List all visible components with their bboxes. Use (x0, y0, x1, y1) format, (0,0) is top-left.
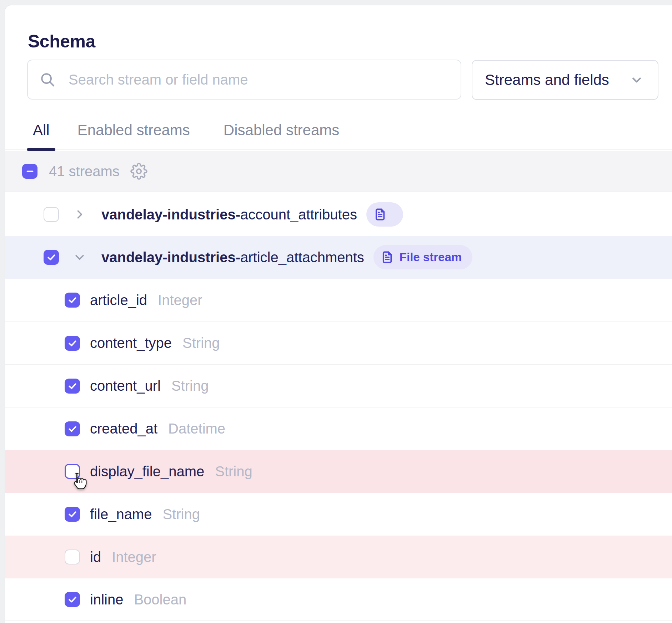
field-name: inline (90, 592, 123, 608)
stream-filter-tabs: All Enabled streams Disabled streams (5, 118, 672, 150)
schema-card: Schema Streams and fields All Enabled st… (5, 5, 672, 623)
stream-row[interactable]: vandelay-industries-article_attachments … (5, 236, 672, 279)
file-stream-badge: File stream (373, 245, 472, 269)
check-icon (67, 381, 77, 391)
field-checkbox[interactable] (65, 464, 80, 479)
field-row[interactable]: article_id Integer (5, 279, 672, 321)
field-checkbox[interactable] (65, 293, 80, 308)
field-type: Datetime (168, 421, 225, 437)
badge-label: File stream (400, 250, 462, 264)
indeterminate-dash-icon (25, 167, 35, 176)
chevron-down-icon (629, 72, 644, 87)
field-name: content_type (90, 335, 172, 351)
field-checkbox[interactable] (65, 379, 80, 394)
check-icon (67, 338, 77, 348)
field-checkbox[interactable] (65, 592, 80, 607)
field-row[interactable]: file_name String (5, 493, 672, 536)
tab-disabled-streams[interactable]: Disabled streams (218, 122, 345, 139)
field-row[interactable]: content_url String (5, 364, 672, 407)
stream-checkbox[interactable] (44, 250, 59, 265)
check-icon (67, 424, 77, 434)
dropdown-selected-value: Streams and fields (485, 71, 629, 88)
check-icon (67, 295, 77, 305)
stream-list: vandelay-industries-account_attributes v… (5, 193, 672, 621)
view-mode-dropdown[interactable]: Streams and fields (472, 60, 658, 100)
field-name: article_id (90, 292, 147, 308)
expand-chevron-icon[interactable] (72, 250, 87, 264)
field-row[interactable]: id Integer (5, 536, 672, 578)
file-document-icon (381, 250, 394, 265)
field-checkbox[interactable] (65, 421, 80, 436)
file-document-icon (373, 207, 387, 222)
field-type: String (182, 335, 220, 351)
check-icon (67, 594, 77, 604)
file-stream-badge (366, 202, 403, 227)
field-type: Integer (158, 292, 202, 308)
expand-chevron-icon[interactable] (72, 207, 87, 222)
stream-name-prefix: vandelay-industries- (101, 207, 240, 222)
check-icon (46, 252, 56, 262)
select-all-checkbox[interactable] (22, 164, 37, 179)
field-row[interactable]: created_at Datetime (5, 407, 672, 450)
field-type: String (171, 378, 209, 394)
search-input[interactable] (68, 71, 461, 88)
gear-icon[interactable] (130, 163, 147, 180)
field-name: created_at (90, 421, 157, 437)
stream-name: vandelay-industries-account_attributes (101, 207, 357, 223)
search-box[interactable] (27, 60, 461, 100)
field-name: file_name (90, 506, 152, 522)
field-checkbox[interactable] (65, 507, 80, 522)
stream-name: vandelay-industries-article_attachments (101, 249, 364, 265)
field-name: content_url (90, 378, 161, 394)
stream-name-suffix: account_attributes (240, 207, 357, 222)
search-icon (39, 71, 56, 88)
field-type: Integer (112, 549, 156, 565)
stream-name-suffix: article_attachments (240, 249, 364, 265)
field-name: id (90, 549, 101, 565)
page-title: Schema (28, 31, 672, 52)
stream-row[interactable]: vandelay-industries-account_attributes (5, 193, 672, 236)
field-row[interactable]: display_file_name String (5, 450, 672, 493)
field-type: String (215, 464, 252, 480)
field-type: String (162, 506, 200, 522)
field-checkbox[interactable] (65, 549, 80, 564)
streams-count: 41 streams (49, 163, 120, 179)
check-icon (67, 509, 77, 519)
field-checkbox[interactable] (65, 336, 80, 351)
field-row[interactable]: content_type String (5, 321, 672, 364)
field-type: Boolean (134, 592, 186, 608)
schema-screen: Schema Streams and fields All Enabled st… (0, 0, 672, 623)
field-row[interactable]: inline Boolean (5, 578, 672, 621)
streams-toolbar: 41 streams (5, 151, 672, 192)
stream-checkbox[interactable] (44, 207, 59, 222)
controls-row: Streams and fields (5, 60, 672, 100)
tab-enabled-streams[interactable]: Enabled streams (72, 122, 196, 139)
field-name: display_file_name (90, 464, 204, 480)
stream-name-prefix: vandelay-industries- (101, 249, 240, 265)
tab-all[interactable]: All (27, 122, 55, 139)
